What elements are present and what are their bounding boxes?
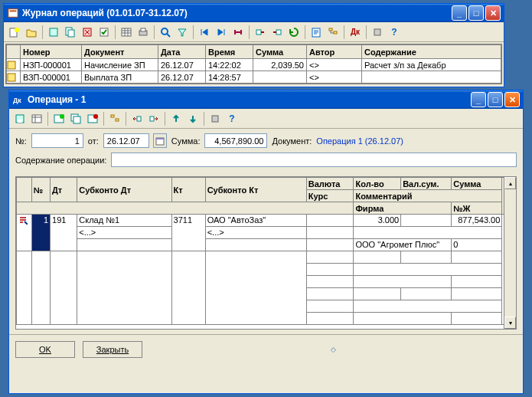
cell-subdt3[interactable] <box>77 239 171 251</box>
tool-range-icon[interactable] <box>230 25 246 40</box>
tool-filter-icon[interactable] <box>175 25 190 40</box>
titlebar-operation[interactable]: Дк Операция - 1 _ □ ✕ <box>9 90 523 109</box>
tool-copy-icon[interactable] <box>63 25 78 40</box>
col-comment[interactable]: Комментарий <box>354 190 502 202</box>
col-author[interactable]: Автор <box>307 45 362 59</box>
cell-qty[interactable]: 3.000 <box>354 215 401 227</box>
col-nz[interactable]: №Ж <box>452 202 502 215</box>
tool-tree-icon[interactable] <box>107 111 122 126</box>
scrollbar-vertical[interactable]: ▴ ▾ <box>504 177 516 329</box>
cell-subdt1[interactable]: Склад №1 <box>77 215 171 227</box>
table-row[interactable]: ВЗП-000001 Выплата ЗП 26.12.07 14:28:57 … <box>7 71 501 84</box>
journal-grid[interactable]: Номер Документ Дата Время Сумма Автор Со… <box>5 44 502 84</box>
col-kt[interactable]: Кт <box>171 178 205 202</box>
minimize-button[interactable]: _ <box>471 92 486 107</box>
cell-firm[interactable]: ООО "Агромет Плюс" <box>354 239 452 251</box>
form-area: №: от: Сумма: Документ: Операция 1 (26.1… <box>9 129 523 176</box>
cell-summa[interactable]: 877,543.00 <box>452 215 502 227</box>
cell-dt[interactable]: 191 <box>51 215 77 251</box>
tool-new-row-icon[interactable] <box>51 111 67 126</box>
col-val[interactable]: Валюта <box>306 178 354 190</box>
cell-kurs[interactable] <box>306 227 354 239</box>
tool-new-icon[interactable] <box>7 25 22 40</box>
tool-find-icon[interactable] <box>158 25 173 40</box>
op-row-empty[interactable] <box>17 251 516 264</box>
cell-vsum[interactable] <box>401 215 452 227</box>
tool-del-row-icon[interactable] <box>85 111 100 126</box>
titlebar-journal[interactable]: Журнал операций (01.01.07-31.12.07) _ □ … <box>4 4 504 22</box>
close-button[interactable]: ✕ <box>485 5 501 21</box>
tool-link2-icon[interactable] <box>269 25 285 40</box>
maximize-button[interactable]: □ <box>488 92 503 107</box>
col-marker[interactable] <box>17 178 32 202</box>
tool-left-icon[interactable] <box>129 111 145 126</box>
cell-subkt2[interactable]: <...> <box>205 227 306 239</box>
scroll-down-icon[interactable]: ▾ <box>504 317 516 329</box>
col-content[interactable]: Содержание <box>362 45 501 59</box>
tool-right-icon[interactable] <box>146 111 162 126</box>
svg-rect-18 <box>374 29 380 35</box>
col-subdt[interactable]: Субконто Дт <box>77 178 171 202</box>
tool-down-icon[interactable] <box>185 111 201 126</box>
tool-first-icon[interactable] <box>197 25 212 40</box>
tool-toggle-icon[interactable] <box>96 25 112 40</box>
col-icon[interactable] <box>7 45 21 59</box>
tool-help-icon[interactable]: ? <box>224 111 240 126</box>
tool-open-icon[interactable] <box>24 25 39 40</box>
col-vsum[interactable]: Вал.сум. <box>401 178 452 190</box>
svg-rect-13 <box>256 30 261 34</box>
col-doc[interactable]: Документ <box>82 45 158 59</box>
col-sum[interactable]: Сумма <box>253 45 307 59</box>
close-operation-button[interactable]: Закрыть <box>83 341 142 358</box>
col-time[interactable]: Время <box>206 45 253 59</box>
tool-help-icon[interactable]: ? <box>387 25 402 40</box>
tool-edit-icon[interactable] <box>46 25 61 40</box>
col-subkt[interactable]: Субконто Кт <box>205 178 306 202</box>
maximize-button[interactable]: □ <box>468 5 484 21</box>
cell-subdt2[interactable]: <...> <box>77 227 171 239</box>
tool-misc-icon[interactable] <box>207 111 223 126</box>
input-no[interactable] <box>31 133 83 148</box>
tool-delete-icon[interactable] <box>80 25 95 40</box>
ok-button[interactable]: OK <box>15 341 75 358</box>
minimize-button[interactable]: _ <box>452 5 467 21</box>
cell-comment[interactable] <box>354 227 502 239</box>
col-dt[interactable]: Дт <box>51 178 77 202</box>
close-button[interactable]: ✕ <box>504 92 520 107</box>
col-qty[interactable]: Кол-во <box>354 178 401 190</box>
scroll-up-icon[interactable]: ▴ <box>504 177 516 189</box>
tool-link1-icon[interactable] <box>253 25 268 40</box>
tool-dk-icon[interactable]: Дк <box>348 25 363 40</box>
op-row[interactable]: 1 191 Склад №1 3711 ОАО "АвтоЗаз" 3.000 … <box>17 215 516 227</box>
tool-up-icon[interactable] <box>168 111 184 126</box>
col-kurs[interactable]: Курс <box>306 190 354 202</box>
tool-copy-row-icon[interactable] <box>68 111 83 126</box>
input-date[interactable] <box>103 133 149 148</box>
tool-refresh-icon[interactable] <box>286 25 302 40</box>
tool-last-icon[interactable] <box>214 25 229 40</box>
tool-grid-icon[interactable] <box>29 111 44 126</box>
tool-grid-icon[interactable] <box>119 25 134 40</box>
calendar-icon[interactable] <box>153 133 167 148</box>
tool-tree-icon[interactable] <box>325 25 341 40</box>
doc-link[interactable]: Операция 1 (26.12.07) <box>316 136 403 146</box>
col-sum[interactable]: Сумма <box>452 178 502 190</box>
col-date[interactable]: Дата <box>158 45 206 59</box>
table-row[interactable]: НЗП-000001 Начисление ЗП 26.12.07 14:22:… <box>7 59 501 71</box>
cell-n[interactable]: 1 <box>31 215 50 251</box>
col-firm[interactable]: Фирма <box>354 202 452 215</box>
cell-val[interactable] <box>306 215 354 227</box>
tool-print-icon[interactable] <box>135 25 151 40</box>
cell-subkt1[interactable]: ОАО "АвтоЗаз" <box>205 215 306 227</box>
cell-subkt3[interactable] <box>205 239 306 251</box>
tool-tool-icon[interactable] <box>370 25 385 40</box>
input-sum[interactable] <box>204 133 267 148</box>
cell-nz[interactable]: 0 <box>452 239 502 251</box>
col-number[interactable]: Номер <box>21 45 82 59</box>
col-n[interactable]: № <box>31 178 50 202</box>
cell-kt[interactable]: 3711 <box>171 215 205 251</box>
input-content[interactable] <box>111 153 517 167</box>
tool-save-icon[interactable] <box>12 111 28 126</box>
op-grid[interactable]: № Дт Субконто Дт Кт Субконто Кт Валюта К… <box>15 176 517 330</box>
tool-report-icon[interactable] <box>308 25 324 40</box>
